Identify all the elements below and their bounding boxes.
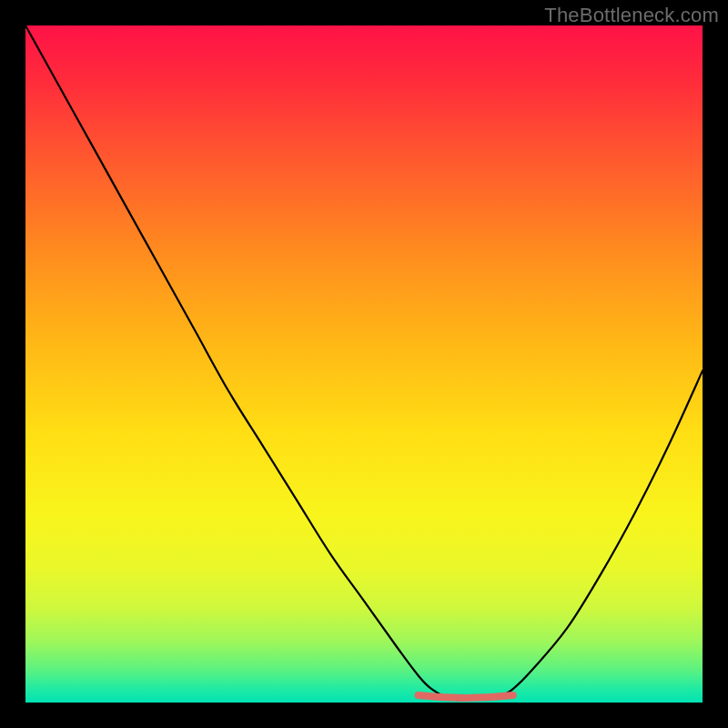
watermark-text: TheBottleneck.com bbox=[544, 4, 719, 27]
chart-svg bbox=[25, 25, 703, 703]
bottleneck-curve bbox=[25, 25, 703, 700]
min-highlight-segment bbox=[419, 695, 513, 698]
chart-frame: TheBottleneck.com bbox=[0, 0, 728, 728]
